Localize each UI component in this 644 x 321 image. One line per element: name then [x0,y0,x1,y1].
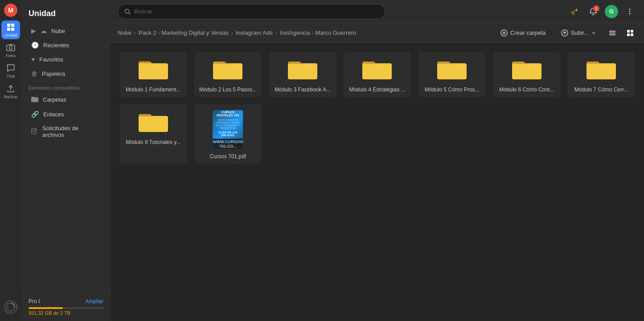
search-input[interactable] [134,8,378,15]
upload-button[interactable]: Subir... [556,27,601,39]
folder-icon-modulo4 [361,57,393,83]
search-icon [124,8,131,15]
sidebar-item-solicitudes[interactable]: Solicitudes de archivos [24,122,108,141]
nav-fotos[interactable]: Fotos [1,41,20,60]
main-content: 🗝 1 G Nube › Pac [111,0,644,321]
file-name-modulo8: Módulo 8 Tutoriales y... [126,139,180,146]
svg-rect-22 [609,31,615,32]
file-area: Módulo 1 Fundament... Módulo 2 Los 5 Pas… [111,43,644,321]
nav-backup[interactable]: Backup [1,82,20,101]
breadcrumb-pack2[interactable]: Pack 2 - Marketing Digital y Ventas [139,29,229,36]
sidebar-item-papelera[interactable]: 🗑 Papelera [24,67,108,80]
folder-icon-modulo5 [436,57,468,83]
folder-icon-modulo6 [511,57,542,83]
svg-rect-9 [31,97,38,102]
user-avatar[interactable]: G [605,5,618,18]
svg-point-15 [629,8,631,10]
file-item-cursos701[interactable]: CURSOS DIGITALES 701 ÚNETE A NUESTRA COM… [194,104,262,164]
svg-point-17 [629,13,631,14]
file-name-modulo5: Módulo 5 Cómo Pros... [425,86,480,94]
list-view-button[interactable] [606,26,619,40]
pdf-footer-bar: WWW.CURSOSDIGITALES-701.CO... [213,139,243,149]
file-grid: Módulo 1 Fundament... Módulo 2 Los 5 Pas… [119,52,635,164]
more-icon [626,8,634,16]
backup-label: Backup [4,95,17,99]
create-folder-button[interactable]: Crear carpeta [495,27,551,39]
svg-rect-27 [627,33,630,36]
breadcrumb-sep-1: › [134,30,136,36]
storage-bar [29,307,103,309]
svg-rect-25 [627,30,630,33]
file-item-modulo8[interactable]: Módulo 8 Tutoriales y... [119,104,187,164]
carpetas-icon [31,96,38,103]
app-logo-avatar[interactable]: M [4,4,17,17]
key-button[interactable]: 🗝 [567,4,582,19]
pdf-title: CURSOS DIGITALES 701 [214,111,241,117]
file-item-modulo6[interactable]: Módulo 6 Cómo Cont... [493,52,561,97]
nav-chat[interactable]: Chat [1,62,20,80]
chat-label: Chat [6,74,15,78]
file-name-modulo2: Módulo 2 Los 5 Pasos... [199,86,257,94]
nav-unidad[interactable]: Unidad [1,21,20,39]
recientes-icon: 🕐 [31,41,39,49]
svg-rect-1 [11,24,14,27]
trash-icon: 🗑 [31,70,37,77]
breadcrumb-sep-2: › [231,30,233,36]
sidebar-item-favoritos[interactable]: ♥ Favoritos [24,53,108,66]
notification-badge: 1 [593,5,599,12]
breadcrumb-actions: Crear carpeta Subir... [495,26,637,40]
file-name-modulo4: Módulo 4 Estrategias ... [349,86,405,94]
link-icon: 🔗 [31,111,39,118]
notifications-button[interactable]: 1 [586,4,600,19]
search-bar[interactable] [118,4,385,19]
fotos-icon [6,43,16,53]
file-item-modulo1[interactable]: Módulo 1 Fundament... [119,52,187,97]
breadcrumb-instagram[interactable]: Instagram Ads [236,29,273,36]
file-item-modulo2[interactable]: Módulo 2 Los 5 Pasos... [194,52,262,97]
sidebar-footer: Pro I Ampliar 931,32 GB de 2 TB [21,292,111,321]
grid-view-button[interactable] [623,26,637,40]
pdf-click: CLICK EN LOS ENLACES [214,131,241,136]
icon-bar: M Unidad Fotos Chat [0,0,21,321]
svg-rect-3 [11,28,14,31]
sidebar-item-recientes[interactable]: 🕐 Recientes [24,38,108,52]
chat-icon [6,63,16,73]
svg-point-16 [629,11,631,12]
folder-icon-modulo3 [287,57,318,83]
storage-circle-icon[interactable] [4,300,17,314]
key-icon: 🗝 [568,5,581,18]
backup-icon [6,84,16,94]
svg-rect-6 [9,44,12,45]
sidebar-item-carpetas[interactable]: Carpetas [24,93,108,107]
sidebar-title: Unidad [21,0,111,24]
ampliar-button[interactable]: Ampliar [85,298,103,305]
file-name-modulo3: Módulo 3 Facebook A... [275,86,331,94]
unidad-icon [6,22,16,32]
unidad-label: Unidad [4,33,17,37]
svg-rect-4 [7,45,15,51]
file-item-modulo5[interactable]: Módulo 5 Cómo Pros... [418,52,486,97]
grid-icon [627,29,634,37]
sidebar-item-nube[interactable]: ▶ ☁ Nube [24,24,108,37]
breadcrumb-nube[interactable]: Nube [118,29,131,36]
svg-rect-10 [32,128,36,134]
plus-circle-icon [500,29,508,37]
sidebar: Unidad ▶ ☁ Nube 🕐 Recientes ♥ Favoritos … [21,0,111,321]
more-options-button[interactable] [623,4,637,19]
folder-icon-modulo8 [138,110,169,136]
svg-rect-23 [609,33,615,33]
header-actions: 🗝 1 G [567,4,637,19]
folder-icon-modulo2 [212,57,243,83]
file-item-modulo7[interactable]: Módulo 7 Cómo Cerr... [567,52,635,97]
sidebar-item-enlaces[interactable]: 🔗 Enlaces [24,107,108,121]
svg-rect-2 [7,28,10,31]
folder-icon-modulo7 [586,57,617,83]
svg-rect-28 [631,33,633,36]
file-name-modulo6: Módulo 6 Cómo Cont... [499,86,554,94]
breadcrumb-instagencia[interactable]: InstAgencia - Marco Guerrero [280,29,356,36]
file-item-modulo4[interactable]: Módulo 4 Estrategias ... [344,52,411,97]
header: 🗝 1 G [111,0,644,23]
file-item-modulo3[interactable]: Módulo 3 Facebook A... [269,52,336,97]
svg-line-14 [129,12,131,14]
svg-rect-24 [609,34,615,35]
